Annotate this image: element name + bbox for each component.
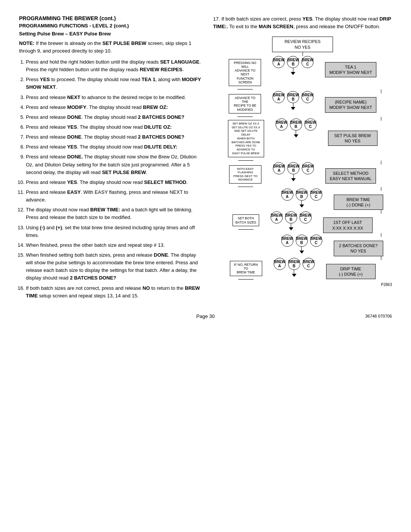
step-17: 17. If both batch sizes are correct, pre… <box>213 15 392 30</box>
fc-set-pulse-brew-label: SET PULSE BREW <box>332 133 373 138</box>
section-title-2: PROGRAMMING FUNCTIONS - LEVEL 2 (cont.) <box>19 23 202 29</box>
fc-circles-5: BREWA BREWB BREWC <box>281 189 322 201</box>
fc-brew-a-4: BREWA <box>273 162 285 174</box>
step-3: Press and release NEXT to advance to the… <box>26 94 202 101</box>
fc-2batches-label: 2 BATCHES DONE? <box>338 243 379 248</box>
fc-brew-b-5: BREWB <box>296 189 308 201</box>
fc-brew-a-5: BREWA <box>281 189 293 201</box>
fc-brew-c-6: BREWC <box>299 211 312 224</box>
setting-title: Setting Pulse Brew – EASY Pulse Brew <box>19 31 202 37</box>
fc-circles-1: BREWA BREWB BREWC <box>272 56 314 68</box>
fc-brew-b-8: BREWB <box>288 258 300 270</box>
fc-select-method-label: SELECT METHOD <box>330 171 371 176</box>
fc-1st-off-last-box: 1ST OFF LAST X:XX X:XX X:XX <box>323 217 373 233</box>
fc-brew-b-6: BREWB <box>285 211 297 224</box>
flowchart: REVIEW RECIPES NO YES PRESSING NO WILLAD… <box>213 37 392 287</box>
fc-drip-time-box: DRIP TIME (-) DONE (+) <box>326 264 376 280</box>
fc-brew-a-2: BREWA <box>272 91 285 103</box>
fc-brew-b-4: BREWB <box>287 162 299 174</box>
step-1: Press and hold the right hidden button u… <box>26 58 202 73</box>
fc-brew-c-7: BREWC <box>310 235 322 247</box>
fc-review-recipes-label: REVIEW RECIPES <box>276 39 329 44</box>
fc-brew-a-8: BREWA <box>274 258 286 270</box>
fc-no-yes-3: NO YES <box>338 248 379 254</box>
step-11: Press and release EASY. With EASY flashi… <box>26 189 202 204</box>
fc-circles-3: BREWA BREWB BREWC <box>276 118 317 131</box>
step-5: Press and release DONE. The display shou… <box>26 113 202 121</box>
step-10: Press and release YES. The display shoul… <box>26 179 202 186</box>
fc-brew-c-4: BREWC <box>302 162 314 174</box>
instructions: Press and hold the right hidden button u… <box>19 58 202 300</box>
fc-2batches-box: 2 BATCHES DONE? NO YES <box>334 241 383 256</box>
step-4: Press and release MODIFY. The display sh… <box>26 104 202 111</box>
fc-select-method-box: SELECT METHOD EASY NEXT MANUAL <box>325 168 376 184</box>
fc-no-yes-2: NO YES <box>332 138 373 144</box>
fc-brew-a-6: BREWA <box>271 211 283 224</box>
fc-no-yes-1: NO YES <box>276 45 329 50</box>
fc-brew-b-2: BREWB <box>287 91 299 103</box>
fc-brew-b-1: BREWB <box>287 56 299 68</box>
fc-brew-time-box: BREW TIME (-) DONE (+) <box>334 195 383 210</box>
ref-num: P2863 <box>381 283 392 287</box>
section-title-1: PROGRAMMING THE BREWER (cont.) <box>19 15 202 21</box>
step-14: When finished, press the other batch siz… <box>26 241 202 249</box>
fc-brew-b-7: BREWB <box>296 235 308 247</box>
fc-brew-c-2: BREWC <box>301 91 314 103</box>
fc-circles-6: BREWA BREWB BREWC <box>271 211 312 224</box>
page-number: Page 30 <box>19 313 392 319</box>
fc-brew-c-1: BREWC <box>301 56 314 68</box>
fc-easy-next-manual: EASY NEXT MANUAL <box>330 176 371 181</box>
fc-circles-8: BREWA BREWB BREWC <box>274 258 315 270</box>
fc-brew-c-5: BREWC <box>310 189 322 201</box>
fc-modify-show-next2: MODIFY SHOW NEXT <box>329 105 372 110</box>
fc-set-brew-note: SET BREW OZ XX.XSET DILUTE OZ XX.XAND SE… <box>228 120 264 157</box>
fc-if-no-note: IF NO, RETURN TOBREW TIME <box>230 261 262 276</box>
fc-review-recipes: REVIEW RECIPES NO YES <box>272 37 333 52</box>
fc-set-both-note: SET BOTHBATCH SIZES <box>233 214 259 226</box>
page-footer: Page 30 36748 070706 <box>19 313 392 319</box>
fc-done-row: (-) DONE (+) <box>338 202 379 208</box>
fc-brew-time-label: BREW TIME <box>338 197 379 202</box>
fc-tea1-label: TEA 1 <box>329 64 372 70</box>
fc-modify-show-next: MODIFY SHOW NEXT <box>329 70 372 75</box>
fc-recipe-name-label: (RECIPE NAME) <box>329 99 372 105</box>
fc-brew-a-1: BREWA <box>272 56 285 68</box>
step-16: If both batch sizes are not correct, pre… <box>26 284 202 300</box>
fc-circles-4: BREWA BREWB BREWC <box>273 162 314 174</box>
step-15: When finished setting both batch sizes, … <box>26 251 202 282</box>
note-paragraph: NOTE: If the brewer is already on the SE… <box>19 40 202 54</box>
fc-recipe-name-box: (RECIPE NAME) MODIFY SHOW NEXT <box>325 97 376 113</box>
fc-pressing-no-note: PRESSING NO WILLADVANCE TO NEXTFUNCTION … <box>229 59 261 86</box>
fc-set-pulse-brew-box: SET PULSE BREW NO YES <box>328 131 378 146</box>
fc-brew-a-3: BREWA <box>276 118 288 131</box>
fc-1st-off-last-label: 1ST OFF LAST <box>327 220 368 225</box>
step-2: Press YES to proceed. The display should… <box>26 76 202 91</box>
step-12: The display should now read BREW TIME: a… <box>26 206 202 221</box>
note-bold1: SET PULSE BREW <box>102 40 147 46</box>
doc-number: 36748 070706 <box>365 314 392 318</box>
note-label: NOTE: <box>19 40 34 46</box>
fc-tea1-box: TEA 1 MODIFY SHOW NEXT <box>325 62 376 78</box>
fc-drip-time-label: DRIP TIME <box>330 266 371 272</box>
step-13: Using (-) and (+), set the total brew ti… <box>26 224 202 239</box>
fc-times-label: X:XX X:XX X:XX <box>327 225 368 231</box>
step-6: Press and release YES. The display shoul… <box>26 123 202 131</box>
fc-circles-7: BREWA BREWB BREWC <box>281 235 322 247</box>
fc-drip-done: (-) DONE (+) <box>330 272 371 277</box>
step-7: Press and release DONE. The display shou… <box>26 133 202 141</box>
step-9: Press and release DONE. The display shou… <box>26 153 202 176</box>
fc-brew-c-8: BREWC <box>303 258 315 270</box>
fc-advance-note: ADVANCE TO THERECIPE TO BEMODIFIED <box>229 94 261 113</box>
step-8: Press and release YES. The display shoul… <box>26 143 202 151</box>
fc-brew-c-3: BREWC <box>304 118 317 131</box>
fc-brew-a-7: BREWA <box>281 235 293 247</box>
note-text1: If the brewer is already on the <box>34 40 102 46</box>
fc-brew-b-3: BREWB <box>290 118 302 131</box>
fc-with-easy-note: WITH EASY FLASHINGPRESS NEXT TOADVANCE <box>229 165 261 184</box>
fc-circles-2: BREWA BREWB BREWC <box>272 91 314 103</box>
